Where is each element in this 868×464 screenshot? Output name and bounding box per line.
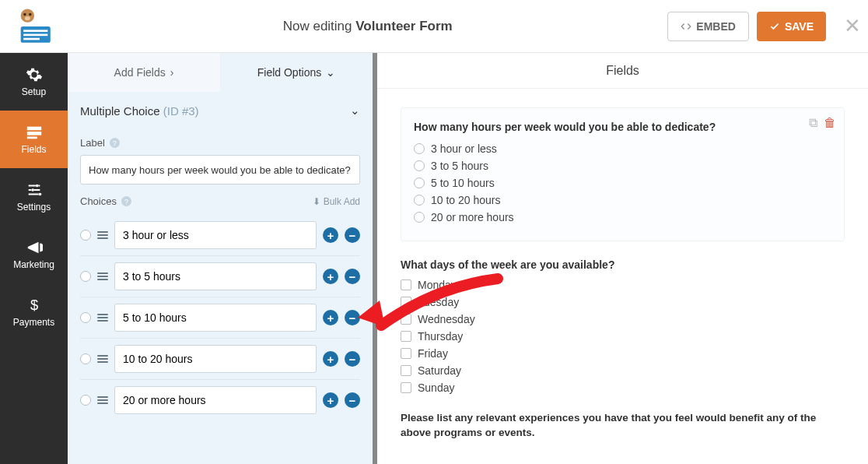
bulk-add-label: Bulk Add	[324, 196, 360, 207]
options-body: Label ? Choices ? ⬇ Bulk Add +−+−+−+−+−	[68, 129, 373, 464]
choice-radio[interactable]	[80, 353, 91, 364]
choice-row: +−	[80, 379, 360, 420]
app-logo	[0, 6, 68, 47]
question-text: What days of the week are you available?	[401, 258, 845, 271]
option-label: Wednesday	[418, 313, 475, 325]
trash-icon[interactable]: 🗑	[824, 116, 836, 130]
checkbox-icon	[401, 279, 411, 290]
choices-heading: Choices ?	[80, 195, 131, 207]
checkbox-icon	[401, 348, 411, 359]
checkbox-option[interactable]: Sunday	[401, 381, 845, 394]
add-choice-button[interactable]: +	[323, 351, 338, 367]
embed-button[interactable]: EMBED	[667, 12, 749, 41]
card-tools: ⧉ 🗑	[809, 116, 836, 130]
checkbox-option[interactable]: Tuesday	[401, 296, 845, 308]
drag-handle-icon[interactable]	[97, 314, 108, 322]
choice-input[interactable]	[114, 386, 317, 414]
checkbox-option[interactable]: Saturday	[401, 364, 845, 377]
tab-add-fields[interactable]: Add Fields ›	[68, 53, 220, 92]
checkbox-option[interactable]: Monday	[401, 279, 845, 291]
rail-marketing[interactable]: Marketing	[0, 226, 68, 283]
top-bar: Now editing Volunteer Form EMBED SAVE ✕	[0, 0, 868, 53]
rail-fields[interactable]: Fields	[0, 111, 68, 168]
remove-choice-button[interactable]: −	[345, 227, 360, 243]
checkbox-icon	[401, 297, 411, 308]
radio-icon	[414, 143, 425, 154]
rail-label: Fields	[21, 144, 46, 155]
remove-choice-button[interactable]: −	[345, 392, 360, 408]
add-choice-button[interactable]: +	[323, 269, 338, 284]
tab-field-options[interactable]: Field Options ⌄	[220, 53, 373, 92]
drag-handle-icon[interactable]	[97, 272, 108, 280]
chevron-right-icon: ›	[170, 66, 174, 79]
help-icon[interactable]: ?	[121, 196, 131, 206]
remove-choice-button[interactable]: −	[345, 269, 360, 284]
option-label: 20 or more hours	[431, 211, 514, 223]
checkbox-option[interactable]: Wednesday	[401, 313, 845, 325]
radio-icon	[414, 178, 425, 188]
option-label: Thursday	[418, 330, 463, 343]
checkbox-icon	[401, 382, 411, 393]
radio-option[interactable]: 3 to 5 hours	[414, 160, 831, 172]
svg-point-2	[29, 12, 31, 15]
remove-choice-button[interactable]: −	[345, 351, 360, 367]
label-input[interactable]	[80, 155, 360, 185]
svg-rect-10	[26, 137, 37, 139]
main: Setup Fields Settings Marketing $ Paymen…	[0, 53, 868, 464]
radio-option[interactable]: 10 to 20 hours	[414, 194, 831, 206]
checkbox-icon	[401, 331, 411, 342]
choice-radio[interactable]	[80, 271, 91, 282]
option-label: Saturday	[418, 364, 461, 377]
choice-row: +−	[80, 215, 360, 255]
rail-setup[interactable]: Setup	[0, 53, 68, 111]
add-choice-button[interactable]: +	[323, 392, 338, 408]
preview-header: Fields	[377, 53, 868, 89]
choice-input[interactable]	[114, 221, 317, 249]
remove-choice-button[interactable]: −	[345, 310, 360, 325]
choice-radio[interactable]	[80, 395, 91, 406]
radio-icon	[414, 160, 425, 171]
option-label: Tuesday	[418, 296, 459, 308]
tab-label: Add Fields	[114, 66, 166, 79]
section-id: (ID #3)	[163, 104, 199, 118]
save-button[interactable]: SAVE	[757, 12, 826, 41]
choice-input[interactable]	[114, 304, 317, 332]
bulk-add-link[interactable]: ⬇ Bulk Add	[313, 196, 360, 207]
section-name: Multiple Choice	[80, 104, 160, 118]
choice-row: +−	[80, 297, 360, 338]
radio-option[interactable]: 20 or more hours	[414, 211, 831, 223]
drag-handle-icon[interactable]	[97, 396, 108, 404]
drag-handle-icon[interactable]	[97, 231, 108, 239]
drag-handle-icon[interactable]	[97, 355, 108, 363]
choice-radio[interactable]	[80, 230, 91, 241]
radio-option[interactable]: 5 to 10 hours	[414, 177, 831, 189]
svg-rect-9	[26, 132, 40, 135]
choice-radio[interactable]	[80, 312, 91, 323]
choice-input[interactable]	[114, 345, 317, 373]
add-choice-button[interactable]: +	[323, 310, 338, 325]
choice-input[interactable]	[114, 262, 317, 290]
svg-point-1	[23, 12, 26, 15]
left-panel: Add Fields › Field Options ⌄ Multiple Ch…	[68, 53, 377, 464]
checkbox-option[interactable]: Friday	[401, 347, 845, 360]
option-label: 3 hour or less	[431, 142, 497, 155]
rail-label: Settings	[17, 202, 51, 213]
question-card[interactable]: ⧉ 🗑 How many hours per week would you be…	[401, 107, 845, 241]
close-icon[interactable]: ✕	[837, 14, 868, 38]
form-name: Volunteer Form	[355, 19, 452, 33]
radio-option[interactable]: 3 hour or less	[414, 142, 831, 155]
label-heading: Label ?	[80, 137, 360, 149]
preview-pane: Fields ⧉ 🗑 How many hours per week would…	[377, 53, 868, 464]
rail-payments[interactable]: $ Payments	[0, 283, 68, 341]
checkbox-option[interactable]: Thursday	[401, 330, 845, 343]
option-label: 3 to 5 hours	[431, 160, 488, 172]
rail-settings[interactable]: Settings	[0, 168, 68, 226]
help-icon[interactable]: ?	[110, 138, 120, 148]
svg-rect-5	[23, 30, 47, 32]
duplicate-icon[interactable]: ⧉	[809, 116, 817, 130]
radio-icon	[414, 212, 425, 223]
svg-point-11	[35, 185, 38, 188]
embed-label: EMBED	[696, 20, 736, 33]
add-choice-button[interactable]: +	[323, 227, 338, 243]
section-header[interactable]: Multiple Choice (ID #3) ⌄	[68, 92, 373, 129]
